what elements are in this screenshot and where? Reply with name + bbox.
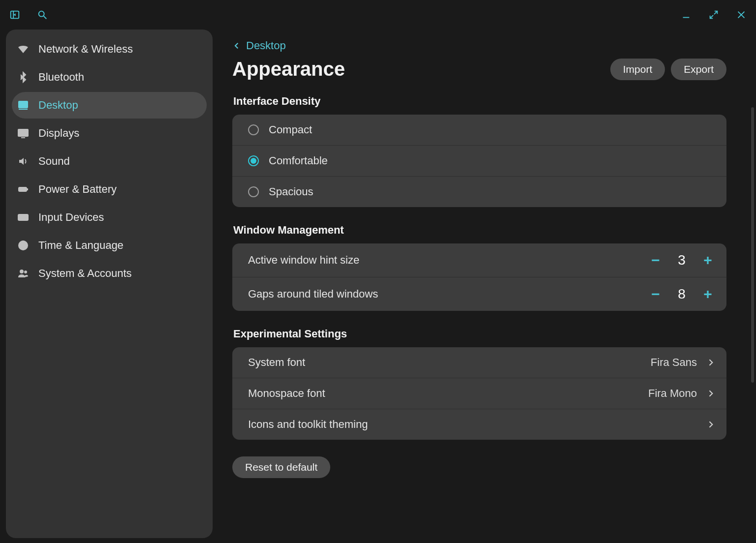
radio-icon [248,186,259,197]
hint-size-label: Active window hint size [248,254,359,267]
window-mgmt-card: Active window hint size − 3 + Gaps aroun… [232,243,726,311]
svg-line-3 [44,16,47,19]
sidebar: Network & Wireless Bluetooth Desktop Dis… [6,30,213,538]
export-button[interactable]: Export [671,59,726,80]
page-title: Appearance [232,58,345,80]
maximize-button[interactable] [707,8,721,22]
svg-rect-15 [18,214,28,220]
increment-button[interactable]: + [700,286,716,302]
sidebar-item-network[interactable]: Network & Wireless [12,36,207,62]
density-option-label: Compact [269,123,312,136]
svg-point-2 [39,11,44,17]
displays-icon [17,127,30,140]
density-option-label: Spacious [269,185,314,198]
radio-icon [248,124,259,135]
chevron-right-icon [706,358,716,367]
density-card: Compact Comfortable Spacious [232,115,726,207]
sidebar-item-system[interactable]: System & Accounts [12,260,207,287]
minimize-button[interactable] [679,8,693,22]
sidebar-item-label: Input Devices [38,211,104,224]
sidebar-item-label: Bluetooth [38,71,84,84]
sidebar-item-power[interactable]: Power & Battery [12,176,207,203]
row-hint-size: Active window hint size − 3 + [232,243,726,277]
reset-button[interactable]: Reset to default [232,456,330,478]
density-option-label: Comfortable [269,154,328,167]
close-button[interactable] [734,8,748,22]
svg-line-5 [714,11,717,14]
experimental-card: System font Fira Sans Monospace font Fir… [232,347,726,440]
sidebar-item-label: Sound [38,155,70,168]
accounts-icon [17,267,30,280]
increment-button[interactable]: + [700,252,716,268]
mono-font-label: Monospace font [248,387,325,400]
keyboard-icon [17,211,30,224]
row-system-font[interactable]: System font Fira Sans [232,347,726,378]
wifi-icon [17,43,30,56]
density-option-comfortable[interactable]: Comfortable [232,145,726,176]
bluetooth-icon [17,71,30,84]
chevron-right-icon [706,420,716,429]
battery-icon [17,183,30,196]
sidebar-item-label: Desktop [38,99,78,112]
sidebar-item-input[interactable]: Input Devices [12,204,207,231]
row-gaps: Gaps around tiled windows − 8 + [232,277,726,311]
svg-line-6 [710,15,713,18]
gaps-stepper: − 8 + [648,286,716,302]
system-font-label: System font [248,356,305,369]
sidebar-toggle-button[interactable] [8,8,22,22]
breadcrumb-back[interactable]: Desktop [232,30,286,55]
sidebar-item-label: Network & Wireless [38,43,133,56]
system-font-value: Fira Sans [651,356,697,369]
sidebar-item-label: Power & Battery [38,183,117,196]
section-label-window-mgmt: Window Management [233,224,726,237]
chevron-right-icon [706,389,716,398]
globe-icon [17,239,30,252]
chevron-left-icon [232,41,241,50]
sidebar-item-displays[interactable]: Displays [12,120,207,147]
desktop-icon [17,99,30,112]
main-content: Desktop Appearance Import Export Interfa… [213,30,756,543]
svg-point-25 [24,271,27,273]
hint-size-stepper: − 3 + [648,252,716,268]
svg-rect-9 [19,101,28,108]
decrement-button[interactable]: − [648,252,663,268]
mono-font-value: Fira Mono [648,387,697,400]
section-label-density: Interface Density [233,95,726,108]
row-theming[interactable]: Icons and toolkit theming [232,409,726,440]
radio-checked-icon [248,155,259,166]
svg-rect-11 [18,129,28,136]
svg-rect-13 [19,187,27,191]
sidebar-item-bluetooth[interactable]: Bluetooth [12,64,207,90]
titlebar [0,0,756,30]
gaps-value: 8 [675,286,688,302]
scrollbar[interactable] [751,107,754,383]
decrement-button[interactable]: − [648,286,663,302]
sidebar-item-time[interactable]: Time & Language [12,232,207,259]
theming-label: Icons and toolkit theming [248,418,368,431]
density-option-compact[interactable]: Compact [232,115,726,145]
sidebar-item-desktop[interactable]: Desktop [12,92,207,119]
gaps-label: Gaps around tiled windows [248,288,378,301]
breadcrumb-label: Desktop [246,39,286,52]
import-button[interactable]: Import [610,59,665,80]
sound-icon [17,155,30,168]
sidebar-item-label: Displays [38,127,79,140]
svg-point-24 [20,270,24,273]
row-mono-font[interactable]: Monospace font Fira Mono [232,378,726,409]
section-label-experimental: Experimental Settings [233,328,726,340]
density-option-spacious[interactable]: Spacious [232,176,726,207]
hint-size-value: 3 [675,252,688,268]
sidebar-item-label: System & Accounts [38,267,132,280]
sidebar-item-sound[interactable]: Sound [12,148,207,175]
sidebar-item-label: Time & Language [38,239,124,252]
search-button[interactable] [35,8,49,22]
